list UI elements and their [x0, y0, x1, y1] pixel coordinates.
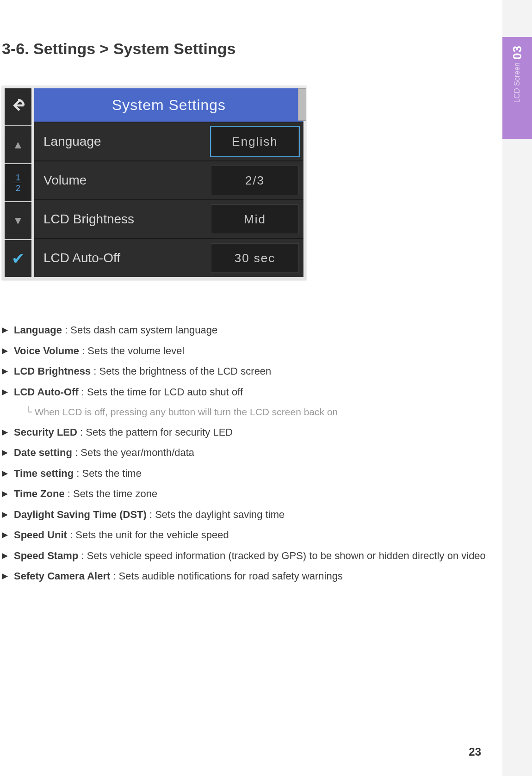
- triangle-right-icon: ▶: [2, 569, 10, 585]
- triangle-right-icon: ▶: [2, 425, 10, 442]
- setting-description: : Sets the year/month/data: [72, 447, 194, 458]
- setting-description: : Sets dash cam system language: [62, 324, 217, 336]
- device-screenshot: ▲ 1 2 ▼ ✔ System Settings Language Engli…: [2, 86, 306, 280]
- menu-value: 2/3: [211, 166, 299, 195]
- list-item: ▶Date setting : Sets the year/month/data: [2, 444, 490, 462]
- list-item: ▶Speed Unit : Sets the unit for the vehi…: [2, 526, 490, 544]
- device-main-panel: System Settings Language English Volume …: [34, 88, 303, 277]
- setting-term: Date setting: [14, 447, 72, 458]
- list-item-text: Sefety Camera Alert : Sets audible notif…: [14, 567, 490, 585]
- setting-term: Daylight Saving Time (DST): [14, 509, 147, 520]
- triangle-down-icon: ▼: [12, 214, 24, 227]
- triangle-right-icon: ▶: [2, 549, 10, 565]
- list-subnote: └ When LCD is off, pressing any button w…: [26, 404, 490, 421]
- page-indicator: 1 2: [5, 164, 31, 202]
- list-item: ▶LCD Auto-Off : Sets the time for LCD au…: [2, 383, 490, 401]
- list-item: ▶LCD Brightness : Sets the brightness of…: [2, 363, 490, 381]
- menu-row-lcd-brightness[interactable]: LCD Brightness Mid: [34, 200, 303, 239]
- setting-description: : Sets the pattern for security LED: [77, 426, 233, 438]
- setting-term: Sefety Camera Alert: [14, 570, 110, 582]
- menu-label: Language: [43, 134, 211, 149]
- check-icon: ✔: [12, 249, 25, 268]
- subnote-text: When LCD is off, pressing any button wil…: [35, 404, 338, 421]
- settings-description-list: ▶Language : Sets dash cam system languag…: [2, 321, 490, 585]
- page-number: 23: [469, 745, 481, 758]
- setting-term: Time Zone: [14, 488, 65, 499]
- nav-down-button[interactable]: ▼: [5, 202, 31, 240]
- setting-description: : Sets the time for LCD auto shut off: [79, 386, 243, 398]
- setting-term: Speed Stamp: [14, 550, 78, 561]
- menu-label: LCD Brightness: [43, 212, 211, 227]
- chapter-side-tab: 03 LCD Screen: [502, 37, 532, 139]
- menu-row-lcd-auto-off[interactable]: LCD Auto-Off 30 sec: [34, 239, 303, 277]
- setting-description: : Sets the time: [74, 468, 142, 479]
- list-item: ▶Security LED : Sets the pattern for sec…: [2, 424, 490, 442]
- list-item: ▶Voice Volume : Sets the volume level: [2, 342, 490, 360]
- menu-label: LCD Auto-Off: [43, 251, 211, 265]
- list-item-text: Time setting : Sets the time: [14, 465, 490, 483]
- menu-label: Volume: [43, 173, 211, 188]
- triangle-right-icon: ▶: [2, 344, 10, 360]
- device-side-buttons: ▲ 1 2 ▼ ✔: [5, 88, 31, 277]
- setting-description: : Sets the volume level: [79, 345, 184, 357]
- page-current: 1: [14, 173, 22, 183]
- list-item: ▶Time setting : Sets the time: [2, 465, 490, 483]
- setting-term: Speed Unit: [14, 529, 67, 541]
- back-button[interactable]: [5, 88, 31, 126]
- subnote-branch-icon: └: [26, 404, 32, 421]
- setting-term: Language: [14, 324, 62, 336]
- menu-value: Mid: [211, 204, 299, 234]
- triangle-right-icon: ▶: [2, 364, 10, 381]
- setting-description: : Sets the time zone: [65, 488, 158, 499]
- setting-term: LCD Brightness: [14, 365, 91, 377]
- menu-value: 30 sec: [211, 243, 299, 273]
- list-item: ▶Time Zone : Sets the time zone: [2, 485, 490, 503]
- list-item-text: Voice Volume : Sets the volume level: [14, 342, 490, 360]
- list-item: ▶Language : Sets dash cam system languag…: [2, 321, 490, 339]
- setting-description: : Sets the brightness of the LCD screen: [91, 365, 271, 377]
- nav-up-button[interactable]: ▲: [5, 126, 31, 164]
- triangle-right-icon: ▶: [2, 508, 10, 524]
- page-content: 3-6. Settings > System Settings ▲ 1 2 ▼ …: [0, 40, 490, 588]
- list-item-text: Security LED : Sets the pattern for secu…: [14, 424, 490, 442]
- setting-term: Time setting: [14, 468, 74, 479]
- setting-term: Voice Volume: [14, 345, 79, 357]
- list-item-text: Date setting : Sets the year/month/data: [14, 444, 490, 462]
- chapter-number: 03: [510, 45, 525, 60]
- back-icon: [10, 97, 26, 117]
- list-item-text: Time Zone : Sets the time zone: [14, 485, 490, 503]
- setting-term: Security LED: [14, 426, 77, 438]
- screen-title: System Settings: [34, 88, 303, 123]
- list-item-text: Language : Sets dash cam system language: [14, 321, 490, 339]
- triangle-right-icon: ▶: [2, 528, 10, 544]
- triangle-right-icon: ▶: [2, 385, 10, 401]
- triangle-right-icon: ▶: [2, 467, 10, 483]
- triangle-right-icon: ▶: [2, 487, 10, 503]
- chapter-title: LCD Screen: [513, 62, 521, 103]
- triangle-right-icon: ▶: [2, 323, 10, 339]
- list-item: ▶Speed Stamp : Sets vehicle speed inform…: [2, 547, 490, 565]
- list-item: ▶Sefety Camera Alert : Sets audible noti…: [2, 567, 490, 585]
- list-item-text: LCD Auto-Off : Sets the time for LCD aut…: [14, 383, 490, 401]
- page-title: 3-6. Settings > System Settings: [2, 40, 490, 58]
- menu-row-volume[interactable]: Volume 2/3: [34, 161, 303, 200]
- menu-row-language[interactable]: Language English: [34, 123, 303, 161]
- setting-description: : Sets the unit for the vehicle speed: [67, 529, 229, 541]
- list-item: ▶Daylight Saving Time (DST) : Sets the d…: [2, 506, 490, 524]
- setting-description: : Sets audible notifications for road sa…: [110, 570, 343, 582]
- setting-term: LCD Auto-Off: [14, 386, 79, 398]
- page-total: 2: [16, 183, 20, 192]
- list-item-text: LCD Brightness : Sets the brightness of …: [14, 363, 490, 381]
- triangle-up-icon: ▲: [12, 138, 24, 151]
- list-item-text: Speed Stamp : Sets vehicle speed informa…: [14, 547, 490, 565]
- list-item-text: Speed Unit : Sets the unit for the vehic…: [14, 526, 490, 544]
- setting-description: : Sets the daylight saving time: [147, 509, 285, 520]
- confirm-button[interactable]: ✔: [5, 240, 31, 277]
- list-item-text: Daylight Saving Time (DST) : Sets the da…: [14, 506, 490, 524]
- menu-value: English: [211, 127, 299, 156]
- triangle-right-icon: ▶: [2, 446, 10, 462]
- setting-description: : Sets vehicle speed information (tracke…: [78, 550, 485, 561]
